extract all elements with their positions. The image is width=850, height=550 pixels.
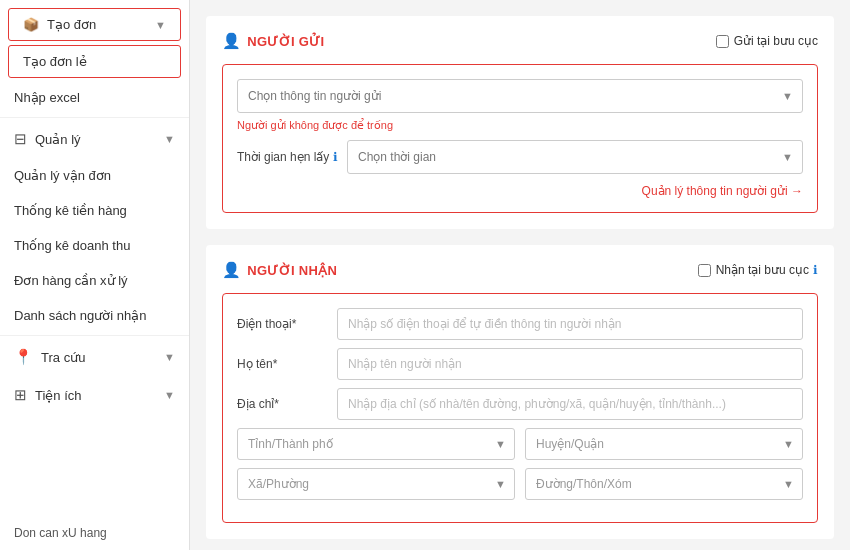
phone-input[interactable] — [337, 308, 803, 340]
bottom-label: Don can xU hang — [0, 516, 189, 550]
gui-tai-buu-cuc-label: Gửi tại bưu cục — [734, 34, 818, 48]
district-wrap: Huyện/Quận ▼ — [525, 428, 803, 460]
pickup-time-select[interactable]: Chọn thời gian — [347, 140, 803, 174]
chon-nguoi-gui-row: Chọn thông tin người gửi ▼ — [237, 79, 803, 113]
person-icon: 👤 — [222, 32, 241, 50]
person-icon-nhan: 👤 — [222, 261, 241, 279]
province-select[interactable]: Tỉnh/Thành phố — [237, 428, 515, 460]
chon-nguoi-gui-select[interactable]: Chọn thông tin người gửi — [237, 79, 803, 113]
pickup-time-row: Thời gian hẹn lấy ℹ Chọn thời gian ▼ — [237, 140, 803, 174]
chevron-down-icon-tienich: ▼ — [164, 389, 175, 401]
nhan-tai-buu-cuc-label: Nhận tại bưu cục — [716, 263, 809, 277]
don-hang-can-xu-ly-label: Đơn hàng cần xử lý — [14, 273, 128, 288]
main-content: 👤 NGƯỜI GỬI Gửi tại bưu cục Chọn thông t… — [190, 0, 850, 550]
chevron-down-icon-tracuu: ▼ — [164, 351, 175, 363]
nguoi-gui-card: 👤 NGƯỜI GỬI Gửi tại bưu cục Chọn thông t… — [206, 16, 834, 229]
manage-icon: ⊟ — [14, 130, 27, 148]
district-select[interactable]: Huyện/Quận — [525, 428, 803, 460]
manage-nguoi-gui-link[interactable]: Quản lý thông tin người gửi → — [237, 184, 803, 198]
nguoi-gui-error: Người gửi không được để trống — [237, 119, 803, 132]
nhan-tai-buu-cuc-checkbox-label[interactable]: Nhận tại bưu cục ℹ — [698, 263, 818, 277]
location-icon: 📍 — [14, 348, 33, 366]
street-select[interactable]: Đường/Thôn/Xóm — [525, 468, 803, 500]
pickup-time-label: Thời gian hẹn lấy ℹ — [237, 150, 347, 164]
gui-tai-buu-cuc-checkbox-label[interactable]: Gửi tại bưu cục — [716, 34, 818, 48]
nguoi-nhan-card: 👤 NGƯỜI NHẬN Nhận tại bưu cục ℹ Điện tho… — [206, 245, 834, 539]
tao-don-le-label: Tạo đơn lẻ — [23, 54, 87, 69]
pickup-time-wrapper: Chọn thời gian ▼ — [347, 140, 803, 174]
tien-ich-label: Tiện ích — [35, 388, 82, 403]
phone-label: Điện thoại* — [237, 317, 337, 331]
chevron-down-icon-quanly: ▼ — [164, 133, 175, 145]
name-input[interactable] — [337, 348, 803, 380]
province-wrap: Tỉnh/Thành phố ▼ — [237, 428, 515, 460]
danh-sach-nguoi-nhan-label: Danh sách người nhận — [14, 308, 146, 323]
nguoi-nhan-form: Điện thoại* Họ tên* Địa chỉ* Tỉ — [222, 293, 818, 523]
name-label: Họ tên* — [237, 357, 337, 371]
sidebar-item-tao-don-le[interactable]: Tạo đơn lẻ — [8, 45, 181, 78]
ward-street-row: Xã/Phường ▼ Đường/Thôn/Xóm ▼ — [237, 468, 803, 500]
nhan-tai-buu-cuc-checkbox[interactable] — [698, 264, 711, 277]
sidebar-item-quan-ly[interactable]: ⊟ Quản lý ▼ — [0, 120, 189, 158]
chevron-down-icon: ▼ — [155, 19, 166, 31]
nguoi-gui-title: 👤 NGƯỜI GỬI — [222, 32, 324, 50]
sidebar-item-quan-ly-van-don[interactable]: Quản lý vận đơn — [0, 158, 189, 193]
tao-don-label: Tạo đơn — [47, 17, 96, 32]
gui-tai-buu-cuc-checkbox[interactable] — [716, 35, 729, 48]
sidebar-divider-1 — [0, 117, 189, 118]
sidebar-item-danh-sach-nguoi-nhan[interactable]: Danh sách người nhận — [0, 298, 189, 333]
quan-ly-label: Quản lý — [35, 132, 81, 147]
chon-nguoi-gui-wrapper: Chọn thông tin người gửi ▼ — [237, 79, 803, 113]
apps-icon: ⊞ — [14, 386, 27, 404]
sidebar: 📦 Tạo đơn ▼ Tạo đơn lẻ Nhập excel ⊟ Quản… — [0, 0, 190, 550]
province-district-row: Tỉnh/Thành phố ▼ Huyện/Quận ▼ — [237, 428, 803, 460]
box-icon: 📦 — [23, 17, 39, 32]
nguoi-nhan-header: 👤 NGƯỜI NHẬN Nhận tại bưu cục ℹ — [222, 261, 818, 279]
nguoi-gui-header: 👤 NGƯỜI GỬI Gửi tại bưu cục — [222, 32, 818, 50]
sidebar-item-thong-ke-doanh-thu[interactable]: Thống kê doanh thu — [0, 228, 189, 263]
sidebar-item-thong-ke-tien-hang[interactable]: Thống kê tiền hàng — [0, 193, 189, 228]
ward-select[interactable]: Xã/Phường — [237, 468, 515, 500]
sidebar-divider-2 — [0, 335, 189, 336]
address-row: Địa chỉ* — [237, 388, 803, 420]
sidebar-item-tao-don[interactable]: 📦 Tạo đơn ▼ — [8, 8, 181, 41]
address-input[interactable] — [337, 388, 803, 420]
info-icon[interactable]: ℹ — [333, 150, 338, 164]
nguoi-nhan-title: 👤 NGƯỜI NHẬN — [222, 261, 337, 279]
sidebar-item-nhap-excel[interactable]: Nhập excel — [0, 80, 189, 115]
nhap-excel-label: Nhập excel — [14, 90, 80, 105]
address-label: Địa chỉ* — [237, 397, 337, 411]
sidebar-item-don-hang-can-xu-ly[interactable]: Đơn hàng cần xử lý — [0, 263, 189, 298]
thong-ke-tien-hang-label: Thống kê tiền hàng — [14, 203, 127, 218]
tra-cuu-label: Tra cứu — [41, 350, 85, 365]
thong-ke-doanh-thu-label: Thống kê doanh thu — [14, 238, 130, 253]
nhan-tai-buu-cuc-info-icon[interactable]: ℹ — [813, 263, 818, 277]
name-row: Họ tên* — [237, 348, 803, 380]
ward-wrap: Xã/Phường ▼ — [237, 468, 515, 500]
sidebar-item-tien-ich[interactable]: ⊞ Tiện ích ▼ — [0, 376, 189, 414]
sidebar-item-tra-cuu[interactable]: 📍 Tra cứu ▼ — [0, 338, 189, 376]
nguoi-gui-form: Chọn thông tin người gửi ▼ Người gửi khô… — [222, 64, 818, 213]
street-wrap: Đường/Thôn/Xóm ▼ — [525, 468, 803, 500]
phone-row: Điện thoại* — [237, 308, 803, 340]
quan-ly-van-don-label: Quản lý vận đơn — [14, 168, 111, 183]
